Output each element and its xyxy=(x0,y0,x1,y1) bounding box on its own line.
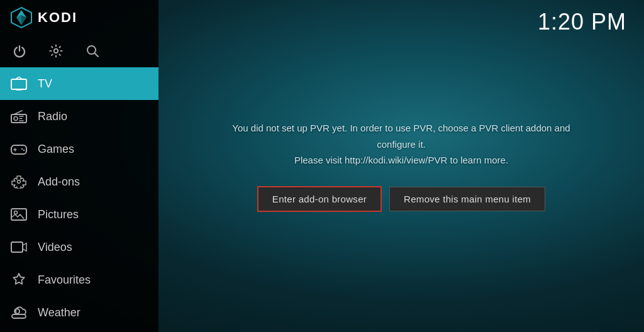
radio-icon xyxy=(10,108,28,125)
weather-icon xyxy=(10,304,28,321)
games-icon xyxy=(10,140,28,158)
sidebar-item-tv-label: TV xyxy=(38,77,52,91)
svg-rect-6 xyxy=(11,79,26,89)
svg-point-14 xyxy=(14,211,18,214)
svg-point-12 xyxy=(18,180,21,184)
pvr-message-line2: Please visit http://kodi.wiki/view/PVR t… xyxy=(213,152,590,169)
sidebar-item-favourites[interactable]: Favourites xyxy=(0,263,158,296)
sidebar-item-weather[interactable]: Weather xyxy=(0,296,158,329)
sidebar-item-games-label: Games xyxy=(38,143,74,156)
pvr-message: You did not set up PVR yet. In order to … xyxy=(213,120,590,169)
svg-rect-15 xyxy=(11,242,23,252)
sidebar: KODI xyxy=(0,0,158,332)
nav-list: TV Radio Games xyxy=(0,67,158,332)
sidebar-item-favourites-label: Favourites xyxy=(38,274,91,287)
sidebar-item-videos-label: Videos xyxy=(38,241,72,254)
pvr-message-line1: You did not set up PVR yet. In order to … xyxy=(213,120,590,152)
pvr-buttons: Enter add-on browser Remove this main me… xyxy=(257,186,545,212)
videos-icon xyxy=(10,238,28,256)
app-title: KODI xyxy=(38,9,77,26)
pictures-icon xyxy=(10,206,28,223)
clock: 1:20 PM xyxy=(538,9,626,35)
sidebar-item-games[interactable]: Games xyxy=(0,133,158,165)
svg-point-10 xyxy=(21,148,23,150)
addons-icon xyxy=(10,173,28,191)
svg-point-11 xyxy=(23,150,25,151)
tv-icon xyxy=(10,75,28,92)
sidebar-item-videos[interactable]: Videos xyxy=(0,231,158,263)
enter-addon-browser-button[interactable]: Enter add-on browser xyxy=(257,186,382,212)
sidebar-item-weather-label: Weather xyxy=(38,306,80,319)
svg-point-4 xyxy=(54,49,58,53)
sidebar-item-addons-label: Add-ons xyxy=(38,175,80,189)
sidebar-item-tv[interactable]: TV xyxy=(0,67,158,100)
settings-button[interactable] xyxy=(49,44,63,58)
sidebar-item-radio-label: Radio xyxy=(38,110,67,123)
sidebar-item-addons[interactable]: Add-ons xyxy=(0,165,158,198)
kodi-logo-icon xyxy=(10,6,33,29)
main-content: You did not set up PVR yet. In order to … xyxy=(158,0,644,332)
sidebar-item-pictures-label: Pictures xyxy=(38,208,79,221)
sidebar-icons-row xyxy=(0,35,158,67)
search-button[interactable] xyxy=(86,44,99,58)
svg-rect-13 xyxy=(11,209,26,220)
power-button[interactable] xyxy=(13,44,26,58)
sidebar-item-radio[interactable]: Radio xyxy=(0,100,158,133)
sidebar-item-pictures[interactable]: Pictures xyxy=(0,198,158,231)
svg-point-8 xyxy=(14,117,18,121)
sidebar-header: KODI xyxy=(0,0,158,35)
remove-menu-item-button[interactable]: Remove this main menu item xyxy=(389,187,545,211)
svg-rect-17 xyxy=(12,314,26,318)
favourites-icon xyxy=(10,271,28,289)
